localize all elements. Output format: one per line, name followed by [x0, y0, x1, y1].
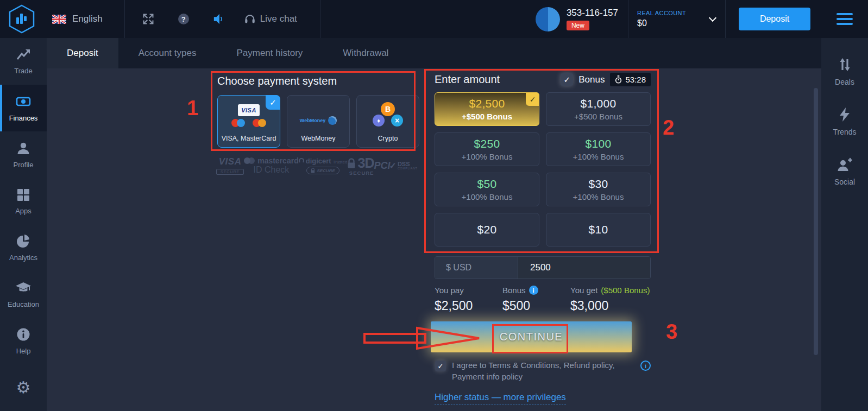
amount-input-row: $ USD: [435, 256, 651, 279]
language-label: English: [72, 14, 103, 24]
annotation-arrow: [363, 326, 483, 351]
fullscreen-icon[interactable]: [142, 13, 154, 25]
amount-input[interactable]: [518, 257, 650, 279]
sidebar-label: Education: [8, 300, 39, 308]
summary-row: You pay $2,500 Bonus i $500 You get ($50…: [435, 286, 651, 313]
gear-icon: ⚙: [16, 380, 31, 396]
trust-badges: VISA SECURE mastercard ID Check digicert…: [216, 155, 417, 176]
annotation-number-1: 1: [187, 97, 198, 120]
account-id: 353-116-157: [567, 8, 618, 18]
lightning-icon: [838, 107, 851, 122]
tab-withdrawal[interactable]: Withdrawal: [323, 38, 408, 68]
topbar-divider: [124, 0, 125, 38]
person-icon: [16, 141, 31, 156]
tab-deposit[interactable]: Deposit: [47, 38, 118, 68]
sidebar-item-trends[interactable]: Trends: [821, 97, 868, 147]
sidebar-label: Profile: [14, 161, 34, 169]
lock-icon: [311, 168, 315, 173]
topbar: English ? Live chat: [0, 0, 868, 38]
apps-grid-icon: [16, 188, 30, 202]
brand-logo-icon[interactable]: [8, 4, 36, 34]
right-sidebar: Deals Trends Social: [821, 38, 868, 411]
uk-flag-icon: [52, 15, 66, 24]
sidebar-label: Finances: [9, 114, 38, 122]
bonus-info-icon[interactable]: i: [529, 286, 538, 295]
avatar[interactable]: [536, 7, 560, 31]
policy-info-icon[interactable]: i: [640, 361, 651, 371]
check-icon: ✓: [438, 362, 444, 370]
left-sidebar: Trade Finances Profile Apps: [0, 38, 47, 411]
currency-selector[interactable]: $ USD: [435, 257, 518, 279]
live-chat-label: Live chat: [260, 14, 297, 24]
sidebar-item-education[interactable]: Education: [0, 271, 47, 318]
account-info: 353-116-157 New: [567, 8, 618, 30]
sidebar-item-settings[interactable]: ⚙: [0, 364, 47, 411]
you-get-bonus-note: ($500 Bonus): [601, 286, 650, 295]
you-get-value: $3,000: [570, 299, 650, 313]
topbar-divider: [628, 0, 628, 38]
annotation-number-2: 2: [663, 116, 674, 140]
app-window: English ? Live chat: [0, 0, 868, 411]
deposit-button[interactable]: Deposit: [739, 8, 810, 30]
account-balance: $0: [637, 18, 686, 28]
scrollbar[interactable]: [814, 88, 818, 355]
tab-payment-history[interactable]: Payment history: [216, 38, 323, 68]
annotation-number-3: 3: [666, 320, 677, 344]
sidebar-label: Social: [834, 178, 855, 186]
menu-icon[interactable]: [836, 13, 853, 25]
person-plus-icon: [836, 157, 853, 172]
sidebar-label: Help: [16, 347, 31, 355]
sidebar-label: Apps: [15, 207, 32, 215]
3d-secure-badge: 3D SECURE: [347, 155, 374, 176]
up-down-arrows-icon: [837, 57, 852, 72]
live-chat-button[interactable]: Live chat: [244, 13, 297, 25]
tab-account-types[interactable]: Account types: [118, 38, 217, 68]
mastercard-idcheck-badge: mastercard ID Check: [244, 156, 299, 175]
sidebar-label: Analytics: [9, 254, 37, 262]
pci-dss-badge: PCI ✓ DSS COMPLIANT: [374, 160, 417, 172]
graduation-cap-icon: [15, 280, 32, 295]
agree-text[interactable]: I agree to Terms & Conditions, Refund po…: [452, 359, 640, 382]
sidebar-label: Trade: [14, 67, 32, 75]
annotation-box-step3: [492, 324, 568, 353]
you-get-label: You get: [570, 286, 597, 295]
sidebar-item-social[interactable]: Social: [821, 147, 868, 197]
digicert-badge: digicertTrusted SECURE: [299, 157, 348, 174]
higher-status-link[interactable]: Higher status — more privileges: [435, 392, 566, 405]
info-circle-icon: [16, 327, 31, 342]
sidebar-label: Trends: [833, 128, 856, 136]
sidebar-item-finances[interactable]: Finances: [0, 85, 47, 131]
banknote-icon: [16, 94, 31, 109]
sidebar-item-trade[interactable]: Trade: [0, 38, 47, 85]
you-pay-label: You pay: [435, 286, 502, 295]
topbar-divider: [725, 0, 726, 38]
headset-icon: [244, 13, 255, 25]
tab-bar: Deposit Account types Payment history Wi…: [47, 38, 821, 68]
help-glyph: ?: [181, 15, 186, 23]
sidebar-label: Deals: [835, 78, 854, 86]
topbar-divider: [320, 0, 320, 38]
new-badge: New: [567, 21, 589, 30]
chevron-down-icon: [709, 14, 716, 22]
pie-chart-icon: [16, 233, 31, 249]
sidebar-item-analytics[interactable]: Analytics: [0, 225, 47, 271]
annotation-box-step1: [211, 71, 416, 151]
annotation-box-step2: [424, 69, 659, 253]
sidebar-item-apps[interactable]: Apps: [0, 178, 47, 225]
sound-icon[interactable]: [213, 13, 225, 25]
trend-up-icon: [16, 48, 31, 62]
visa-secure-badge: VISA SECURE: [216, 156, 244, 175]
sidebar-item-help[interactable]: Help: [0, 318, 47, 364]
you-pay-value: $2,500: [435, 299, 502, 313]
agree-checkbox[interactable]: ✓: [435, 361, 446, 371]
language-selector[interactable]: English: [52, 14, 103, 24]
bonus-summary-label: Bonus: [502, 286, 526, 295]
help-icon[interactable]: ?: [178, 14, 189, 24]
account-type-label: REAL ACCOUNT: [637, 10, 686, 16]
account-switcher[interactable]: REAL ACCOUNT $0: [637, 10, 715, 28]
bonus-summary-value: $500: [502, 299, 570, 313]
sidebar-item-deals[interactable]: Deals: [821, 47, 868, 97]
sidebar-item-profile[interactable]: Profile: [0, 131, 47, 178]
lock-icon: [347, 158, 356, 169]
